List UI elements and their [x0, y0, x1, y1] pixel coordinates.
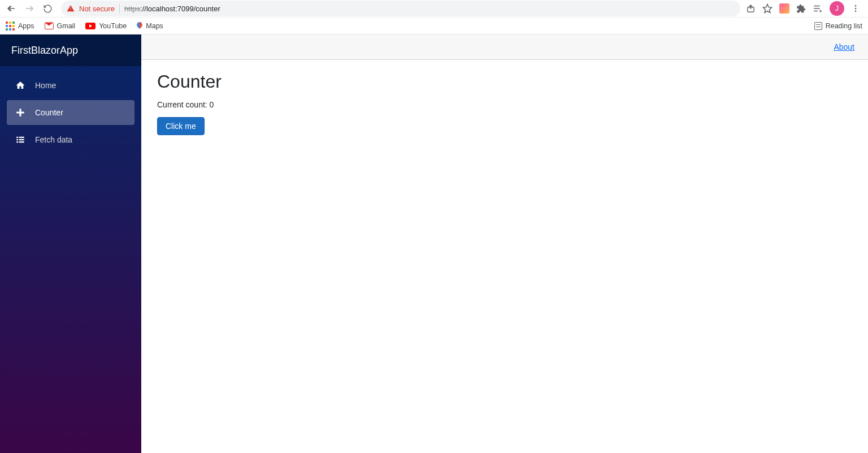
click-me-button[interactable]: Click me: [157, 117, 205, 135]
address-bar[interactable]: Not secure https://localhost:7099/counte…: [61, 1, 740, 16]
nav-item-fetch-label: Fetch data: [35, 135, 72, 144]
browser-toolbar: Not secure https://localhost:7099/counte…: [0, 0, 868, 17]
home-icon: [15, 80, 26, 91]
gmail-icon: [45, 23, 54, 29]
reading-list-label: Reading list: [826, 22, 862, 30]
svg-point-9: [855, 8, 857, 10]
svg-rect-15: [16, 139, 18, 140]
url-scheme: https: [124, 5, 140, 13]
svg-rect-16: [19, 139, 24, 140]
color-square-icon[interactable]: [779, 3, 789, 14]
star-icon[interactable]: [762, 3, 772, 14]
share-icon[interactable]: [746, 4, 756, 14]
sidebar: FirstBlazorApp Home Counter Fetch data: [0, 34, 141, 453]
bookmark-gmail-label: Gmail: [57, 22, 76, 30]
bookmarks-bar: Apps Gmail YouTube Maps Reading list: [0, 17, 868, 34]
bookmark-gmail[interactable]: Gmail: [45, 22, 76, 30]
reload-icon: [43, 4, 53, 14]
reading-list-icon: [814, 22, 822, 30]
arrow-right-icon: [24, 3, 34, 14]
nav-item-home-label: Home: [35, 81, 56, 90]
avatar[interactable]: J: [830, 1, 844, 16]
top-row: About: [141, 34, 868, 60]
svg-rect-18: [19, 141, 24, 143]
playlist-icon[interactable]: [813, 3, 823, 14]
page-content: Counter Current count: 0 Click me: [141, 60, 868, 146]
bookmark-apps[interactable]: Apps: [6, 21, 34, 31]
bookmark-maps[interactable]: Maps: [137, 22, 163, 30]
nav-item-counter[interactable]: Counter: [7, 100, 134, 125]
browser-chrome: Not secure https://localhost:7099/counte…: [0, 0, 868, 34]
youtube-icon: [85, 23, 96, 29]
forward-button[interactable]: [21, 1, 37, 16]
main: About Counter Current count: 0 Click me: [141, 34, 868, 453]
svg-marker-3: [763, 5, 772, 13]
nav-menu: Home Counter Fetch data: [0, 66, 141, 159]
svg-point-8: [855, 5, 857, 7]
app-root: FirstBlazorApp Home Counter Fetch data: [0, 34, 868, 453]
back-button[interactable]: [3, 1, 19, 16]
bookmark-youtube[interactable]: YouTube: [85, 22, 127, 30]
extensions-icon[interactable]: [796, 4, 806, 14]
reading-list[interactable]: Reading list: [814, 22, 862, 30]
kebab-menu-icon[interactable]: [851, 4, 860, 13]
nav-item-home[interactable]: Home: [7, 73, 134, 98]
current-count-text: Current count: 0: [157, 100, 852, 109]
bookmark-youtube-label: YouTube: [99, 22, 127, 30]
nav-item-fetch-data[interactable]: Fetch data: [7, 127, 134, 152]
maps-icon: [137, 22, 142, 30]
svg-rect-12: [16, 112, 24, 114]
arrow-left-icon: [6, 3, 16, 14]
not-secure-icon: [67, 5, 75, 12]
url-text: https://localhost:7099/counter: [124, 5, 220, 13]
svg-marker-7: [820, 10, 822, 12]
bookmark-apps-label: Apps: [18, 22, 34, 30]
svg-rect-14: [19, 137, 24, 138]
plus-icon: [15, 107, 26, 118]
apps-icon: [6, 21, 15, 31]
page-title: Counter: [157, 71, 852, 92]
nav-item-counter-label: Counter: [35, 108, 63, 117]
not-secure-label: Not secure: [79, 5, 115, 13]
svg-rect-17: [16, 141, 18, 143]
url-path: ://localhost:7099/counter: [140, 5, 220, 13]
svg-point-10: [855, 10, 857, 12]
address-divider: [119, 4, 120, 13]
toolbar-right: J: [746, 1, 865, 16]
brand[interactable]: FirstBlazorApp: [0, 34, 141, 66]
about-link[interactable]: About: [834, 42, 854, 51]
svg-rect-13: [16, 137, 18, 138]
reload-button[interactable]: [40, 1, 55, 16]
bookmark-maps-label: Maps: [146, 22, 163, 30]
list-icon: [15, 134, 26, 145]
